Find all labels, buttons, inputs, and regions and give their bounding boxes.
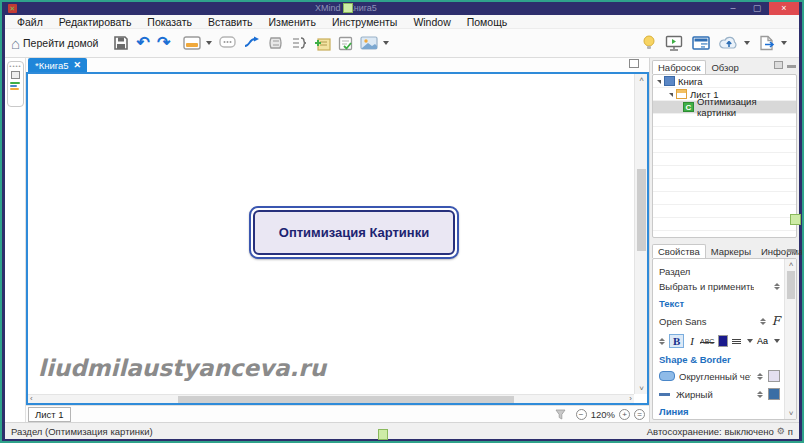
scroll-left-icon[interactable]: ‹: [30, 394, 33, 403]
drag-handle-icon[interactable]: ••••: [9, 64, 21, 68]
boundary-button[interactable]: [268, 36, 284, 50]
chevron-down-icon[interactable]: [747, 339, 753, 343]
zoom-out-button[interactable]: −: [576, 409, 587, 420]
restore-pane-icon[interactable]: [629, 59, 639, 68]
zoom-fit-button[interactable]: =: [634, 409, 645, 420]
mindmap-canvas[interactable]: Оптимизация Картинки liudmilaustyanceva.…: [26, 72, 649, 405]
status-clipped: п: [788, 426, 793, 437]
go-home-button[interactable]: ⌂ Перейти домой: [11, 36, 98, 51]
scroll-right-icon[interactable]: ›: [629, 394, 632, 403]
expand-triangle-icon[interactable]: [669, 93, 673, 97]
tab-outline[interactable]: Набросок: [652, 60, 706, 74]
panel-layout-button[interactable]: [692, 36, 710, 50]
insert-image-button[interactable]: [360, 36, 389, 50]
section-label: Раздел: [659, 266, 780, 277]
zoom-level[interactable]: 120%: [591, 409, 615, 420]
text-case-button[interactable]: Aa: [757, 336, 768, 346]
italic-button[interactable]: I: [688, 335, 696, 347]
tab-info[interactable]: Информац...: [756, 245, 804, 258]
menu-edit[interactable]: Редактировать: [51, 15, 140, 29]
properties-scroll-thumb[interactable]: [787, 271, 795, 299]
maximize-button[interactable]: ▢: [745, 2, 769, 15]
relationship-button[interactable]: [243, 36, 261, 50]
chevron-down-icon[interactable]: [774, 339, 780, 343]
tab-markers[interactable]: Маркеры: [706, 245, 756, 258]
apply-style-dropdown[interactable]: Выбрать и применить ...: [659, 281, 780, 292]
outline-tabs: Набросок Обзор: [650, 58, 799, 74]
redo-button[interactable]: ↷: [157, 35, 170, 51]
spinner-icon[interactable]: [757, 373, 763, 380]
summary-icon: [291, 36, 307, 50]
line-weight-dropdown[interactable]: Жирный: [659, 388, 780, 400]
spinner-icon[interactable]: [760, 318, 766, 325]
shape-dropdown[interactable]: Округленный четы...: [659, 370, 780, 382]
capture-artifact: [343, 3, 353, 13]
menu-window[interactable]: Window: [405, 15, 458, 29]
strikethrough-button[interactable]: ABC: [700, 338, 714, 345]
tree-item-topic[interactable]: C Оптимизация картинки: [653, 101, 796, 114]
document-tab-label: *Книга5: [35, 60, 69, 71]
tab-properties[interactable]: Свойства: [652, 244, 706, 258]
text-color-swatch[interactable]: [718, 335, 728, 347]
home-icon: ⌂: [11, 36, 20, 51]
horizontal-scroll-thumb[interactable]: [178, 396, 514, 403]
printer-icon[interactable]: [11, 71, 20, 79]
presentation-button[interactable]: [665, 35, 683, 51]
gear-icon[interactable]: ⚙: [777, 426, 785, 436]
export-button[interactable]: [759, 35, 787, 51]
relationship-icon: [243, 36, 261, 50]
cloud-upload-button[interactable]: [719, 36, 750, 50]
menu-modify[interactable]: Изменить: [261, 15, 324, 29]
font-style-icon[interactable]: F: [772, 314, 780, 328]
summary-button[interactable]: [291, 36, 307, 50]
scroll-down-icon[interactable]: ˅: [635, 384, 648, 393]
tasks-icon: [338, 36, 353, 51]
xmind-logo-icon: [8, 4, 17, 13]
tree-item-book[interactable]: Книга: [653, 75, 796, 88]
spinner-icon[interactable]: [757, 391, 763, 398]
menu-tools[interactable]: Инструменты: [324, 15, 405, 29]
horizontal-scrollbar[interactable]: ‹ ›: [28, 394, 634, 403]
border-color-swatch[interactable]: [768, 388, 780, 400]
menu-help[interactable]: Помощь: [459, 15, 516, 29]
zoom-in-button[interactable]: +: [619, 409, 630, 420]
filter-icon[interactable]: [555, 409, 566, 420]
scroll-up-icon[interactable]: ˄: [635, 75, 648, 84]
tips-button[interactable]: [642, 35, 656, 51]
properties-scrollbar[interactable]: ˄ ˅: [784, 259, 796, 419]
structure-icon[interactable]: [10, 82, 21, 91]
pin-panel-icon[interactable]: [774, 61, 783, 69]
expand-triangle-icon[interactable]: [657, 80, 661, 84]
scroll-down-icon[interactable]: ˅: [785, 409, 797, 418]
tasks-button[interactable]: [338, 36, 353, 51]
quick-panel[interactable]: ••••: [7, 61, 24, 107]
document-tab[interactable]: *Книга5 ✕: [28, 58, 87, 72]
tab-close-icon[interactable]: ✕: [74, 60, 82, 70]
close-button[interactable]: ×: [769, 2, 799, 15]
notes-button[interactable]: [314, 36, 331, 51]
font-family-dropdown[interactable]: Open Sans F: [659, 314, 780, 328]
vertical-scrollbar[interactable]: ˄ ˅: [634, 74, 647, 394]
sheet-button[interactable]: [183, 36, 212, 50]
chevron-down-icon: [744, 41, 750, 45]
sheet-node-icon: [676, 89, 687, 99]
menu-insert[interactable]: Вставить: [200, 15, 261, 29]
save-button[interactable]: [113, 35, 129, 51]
minimize-button[interactable]: –: [721, 2, 745, 15]
menu-view[interactable]: Показать: [139, 15, 200, 29]
sheet-tab[interactable]: Лист 1: [28, 407, 71, 422]
scroll-up-icon[interactable]: ˄: [785, 260, 797, 269]
central-topic[interactable]: Оптимизация Картинки: [249, 206, 459, 259]
vertical-scroll-thumb[interactable]: [637, 169, 646, 251]
minimize-panel-icon[interactable]: [787, 249, 796, 252]
menu-file[interactable]: Файл: [9, 15, 51, 29]
fill-color-swatch[interactable]: [768, 370, 780, 382]
font-size-spinner-icon[interactable]: [659, 338, 665, 345]
spinner-icon[interactable]: [774, 283, 780, 290]
align-icon[interactable]: [732, 339, 741, 344]
comment-button[interactable]: [219, 36, 236, 50]
bold-button[interactable]: B: [669, 334, 684, 348]
tab-overview[interactable]: Обзор: [706, 61, 743, 74]
minimize-panel-icon[interactable]: [787, 65, 796, 68]
undo-button[interactable]: ↶: [136, 35, 149, 51]
